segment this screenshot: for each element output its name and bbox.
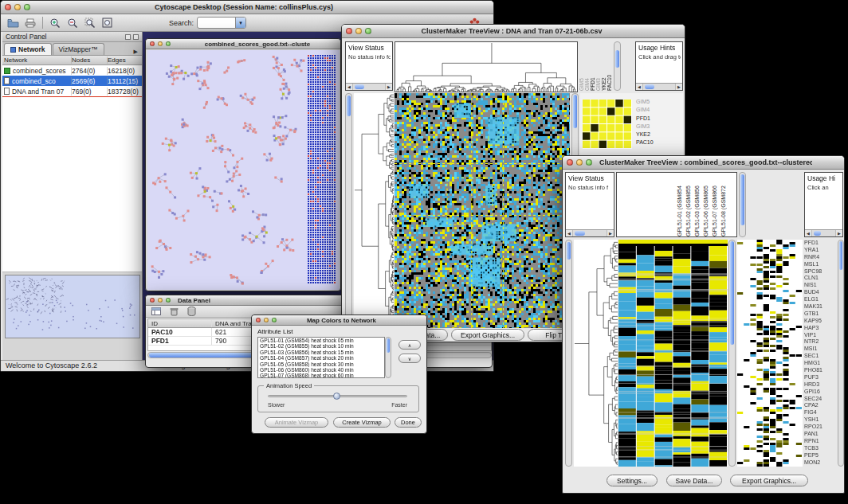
- minimize-button[interactable]: [264, 318, 269, 322]
- tab-vizmapper[interactable]: VizMapper™: [53, 43, 104, 55]
- attribute-grid-icon[interactable]: [150, 307, 163, 317]
- gene-label[interactable]: PHO81: [804, 367, 838, 374]
- settings-button[interactable]: Settings...: [607, 475, 658, 486]
- gene-label[interactable]: NTR2: [804, 338, 838, 346]
- gene-label[interactable]: PUF3: [804, 374, 838, 381]
- zoom-out-icon[interactable]: [65, 16, 80, 30]
- gene-label[interactable]: HMG1: [804, 360, 838, 367]
- gene-label[interactable]: SEC24: [804, 396, 838, 403]
- scrollbar-thumb[interactable]: [615, 50, 619, 68]
- heatmap-canvas[interactable]: [395, 93, 570, 328]
- create-vizmap-button[interactable]: Create Vizmap: [333, 417, 391, 428]
- zoom-button[interactable]: [166, 41, 171, 46]
- move-down-button[interactable]: ∨: [398, 354, 421, 363]
- close-button[interactable]: [567, 159, 573, 166]
- top-scrollbar[interactable]: [614, 41, 621, 91]
- gene-label[interactable]: FIG4: [804, 409, 838, 416]
- zoom-button[interactable]: [24, 4, 30, 10]
- gene-label[interactable]: ELG1: [804, 296, 838, 303]
- hints-scrollbar[interactable]: ◀ ▶: [805, 229, 842, 236]
- gene-label[interactable]: RPN1: [804, 438, 838, 445]
- close-panel-icon[interactable]: [133, 34, 139, 40]
- open-session-button[interactable]: [5, 16, 21, 30]
- left-scrollbar[interactable]: [345, 93, 352, 328]
- close-button[interactable]: [256, 318, 261, 322]
- gene-label[interactable]: BUD4: [804, 289, 838, 296]
- row-dendrogram-canvas[interactable]: [354, 93, 394, 328]
- minimize-button[interactable]: [158, 41, 163, 46]
- titlebar-treeview-dna[interactable]: ClusterMaker TreeView : DNA and Tran 07-…: [342, 25, 685, 38]
- gene-label[interactable]: SPC98: [804, 268, 838, 275]
- zoom-fit-icon[interactable]: [100, 16, 116, 30]
- close-button[interactable]: [150, 41, 155, 46]
- attribute-option[interactable]: GPL51-05 (GSM858) heat shock 30 min: [258, 361, 384, 367]
- titlebar-network-view[interactable]: combined_scores_good.txt--cluste: [146, 39, 340, 49]
- scroll-left-icon[interactable]: ◀: [346, 84, 353, 90]
- titlebar-treeview-combined[interactable]: ClusterMaker TreeView : combined_scores_…: [563, 156, 844, 170]
- gene-label[interactable]: MSL1: [804, 261, 838, 268]
- gene-label[interactable]: RPO21: [804, 424, 838, 431]
- zoom-button[interactable]: [365, 28, 371, 34]
- gene-label[interactable]: HRD3: [804, 381, 838, 389]
- animate-vizmap-button[interactable]: Animate Vizmap: [265, 417, 328, 428]
- col-nodes[interactable]: Nodes: [71, 57, 107, 64]
- export-graphics-button[interactable]: Export Graphics...: [730, 475, 808, 486]
- network-overview-canvas[interactable]: [6, 275, 139, 338]
- scroll-left-icon[interactable]: ◀: [566, 230, 573, 236]
- gene-label[interactable]: RNR4: [804, 254, 838, 261]
- gene-label[interactable]: MAK31: [804, 303, 838, 311]
- scroll-right-icon[interactable]: ▶: [675, 84, 682, 90]
- hints-scrollbar[interactable]: ◀ ▶: [636, 83, 682, 90]
- move-up-button[interactable]: ∧: [398, 340, 421, 350]
- scrollbar-thumb[interactable]: [573, 95, 577, 128]
- attribute-option[interactable]: GPL51-07 (GSM868) heat shock 60 min: [258, 373, 384, 378]
- search-input[interactable]: ▾: [197, 17, 246, 29]
- scrollbar-thumb[interactable]: [575, 231, 585, 236]
- attribute-option[interactable]: GPL51-03 (GSM856) heat shock 15 min: [258, 350, 384, 355]
- gene-label[interactable]: NIS1: [804, 282, 838, 289]
- scrollbar-thumb[interactable]: [740, 174, 744, 225]
- minimize-button[interactable]: [158, 298, 163, 303]
- col-edges[interactable]: Edges: [107, 57, 142, 64]
- heatmap-scrollbar[interactable]: [728, 240, 736, 467]
- scroll-track[interactable]: [812, 230, 835, 236]
- scrollbar-thumb[interactable]: [814, 231, 821, 236]
- scroll-right-icon[interactable]: ▶: [385, 84, 392, 90]
- correlation-matrix-canvas[interactable]: [583, 100, 632, 149]
- titlebar-map-colors[interactable]: Map Colors to Network: [252, 315, 426, 326]
- minimize-button[interactable]: [14, 4, 21, 10]
- row-dendrogram-canvas[interactable]: [574, 240, 618, 467]
- gene-label[interactable]: SEC1: [804, 353, 838, 360]
- close-button[interactable]: [150, 298, 155, 303]
- export-graphics-button[interactable]: Export Graphics...: [451, 329, 524, 341]
- network-graph-canvas[interactable]: [147, 50, 340, 290]
- attribute-option[interactable]: GPL51-02 (GSM855) heat shock 10 min: [258, 343, 384, 349]
- status-scrollbar[interactable]: ◀ ▶: [566, 229, 614, 236]
- zoom-in-icon[interactable]: [47, 16, 63, 30]
- scroll-track[interactable]: [643, 84, 675, 90]
- scroll-left-icon[interactable]: ◀: [636, 84, 643, 90]
- gene-label[interactable]: MSI1: [804, 346, 838, 353]
- gene-label[interactable]: TCB3: [804, 445, 838, 452]
- tab-network[interactable]: Network: [4, 43, 52, 55]
- gene-label[interactable]: CPA2: [804, 402, 838, 409]
- gene-label[interactable]: MON2: [804, 459, 838, 467]
- gene-label[interactable]: YRA1: [804, 247, 838, 254]
- attribute-listbox[interactable]: GPL51-01 (GSM854) heat shock 05 minGPL51…: [257, 337, 385, 378]
- gene-label[interactable]: VIP1: [804, 332, 838, 339]
- scroll-track[interactable]: [573, 230, 607, 236]
- selection-heatmap-canvas[interactable]: [737, 240, 803, 467]
- status-scrollbar[interactable]: ◀ ▶: [346, 83, 392, 90]
- minimize-button[interactable]: [355, 28, 362, 34]
- gene-label[interactable]: YSH1: [804, 416, 838, 424]
- scroll-right-icon[interactable]: ▶: [835, 230, 842, 236]
- tab-overflow-icon[interactable]: ▶: [132, 49, 140, 55]
- column-dendrogram-canvas[interactable]: [395, 41, 578, 92]
- scrollbar-thumb[interactable]: [645, 84, 654, 89]
- attribute-option[interactable]: GPL51-06 (GSM860) heat shock 40 min: [258, 367, 384, 373]
- col-id[interactable]: ID: [148, 320, 212, 327]
- gene-label[interactable]: CLN1: [804, 275, 838, 282]
- network-row-selected[interactable]: combined_sco 2569(6) 13112(15): [2, 76, 142, 86]
- gene-label[interactable]: PEP5: [804, 452, 838, 459]
- gene-label[interactable]: GPI16: [804, 389, 838, 396]
